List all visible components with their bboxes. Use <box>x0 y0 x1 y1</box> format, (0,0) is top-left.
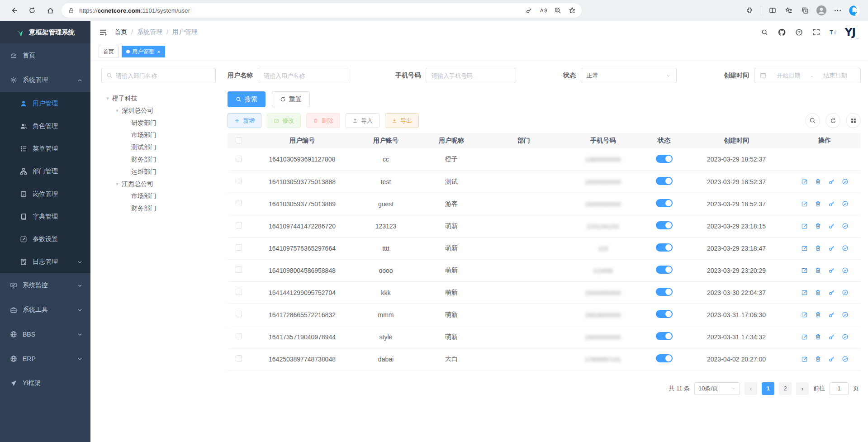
table-row[interactable]: 1641098004586958848 oooo 萌新 123456 2023-… <box>228 259 861 281</box>
add-button[interactable]: 新增 <box>228 113 261 128</box>
row-checkbox[interactable] <box>236 266 242 273</box>
address-bar[interactable]: https://ccnetcore.com:1101/system/user A <box>62 3 582 18</box>
sidebar-item-user[interactable]: 用户管理 <box>0 92 90 115</box>
row-trash-button[interactable] <box>815 289 821 296</box>
home-button[interactable] <box>43 4 57 17</box>
row-edit-square-button[interactable] <box>801 223 808 229</box>
row-edit-square-button[interactable] <box>801 178 808 185</box>
more-options-button[interactable] <box>831 4 844 17</box>
row-check-circle-button[interactable] <box>842 333 849 340</box>
tree-node[interactable]: 市场部门 <box>101 190 216 202</box>
row-trash-button[interactable] <box>815 333 821 340</box>
back-button[interactable] <box>7 4 21 17</box>
row-key-button[interactable] <box>828 245 835 252</box>
row-edit-square-button[interactable] <box>801 200 808 207</box>
tree-node[interactable]: ▾橙子科技 <box>101 92 216 105</box>
page-button-1[interactable]: 1 <box>762 382 774 395</box>
row-checkbox[interactable] <box>236 178 242 184</box>
goto-page-input[interactable] <box>830 382 849 395</box>
row-edit-square-button[interactable] <box>801 356 808 362</box>
favorites-bar-button[interactable] <box>782 4 796 17</box>
phone-input[interactable] <box>432 72 510 79</box>
tree-node[interactable]: 市场部门 <box>101 129 216 141</box>
row-key-button[interactable] <box>828 289 835 296</box>
next-page-button[interactable]: › <box>796 382 809 395</box>
user-avatar-logo[interactable]: YJ <box>845 26 855 38</box>
delete-button[interactable]: 删除 <box>306 113 340 128</box>
page-size-select[interactable]: 10条/页 <box>694 382 740 395</box>
row-check-circle-button[interactable] <box>842 267 849 274</box>
row-edit-square-button[interactable] <box>801 333 808 340</box>
sidebar-item-dept[interactable]: 部门管理 <box>0 160 90 183</box>
row-trash-button[interactable] <box>815 223 821 229</box>
tree-node[interactable]: 财务部门 <box>101 153 216 166</box>
table-row[interactable]: 1641728665572216832 mmm 萌新 15818000000 2… <box>228 304 861 326</box>
row-edit-square-button[interactable] <box>801 311 808 318</box>
hamburger-icon[interactable] <box>99 28 107 37</box>
status-toggle[interactable] <box>656 155 673 163</box>
status-toggle[interactable] <box>656 199 673 207</box>
date-range-picker[interactable]: 开始日期 - 结束日期 <box>754 68 861 83</box>
reset-button[interactable]: 重置 <box>272 91 310 107</box>
row-key-button[interactable] <box>828 178 835 185</box>
key-button[interactable] <box>522 4 536 17</box>
row-edit-square-button[interactable] <box>801 245 808 252</box>
username-input[interactable] <box>264 72 342 79</box>
status-toggle[interactable] <box>656 310 673 318</box>
sidebar-item-tool[interactable]: 系统工具 <box>0 298 90 322</box>
search-button[interactable] <box>805 113 820 128</box>
help-button[interactable]: ? <box>792 25 806 39</box>
prev-page-button[interactable]: ‹ <box>745 382 757 395</box>
row-check-circle-button[interactable] <box>842 223 849 229</box>
row-edit-square-button[interactable] <box>801 267 808 274</box>
row-check-circle-button[interactable] <box>842 178 849 185</box>
status-toggle[interactable] <box>656 221 673 229</box>
row-checkbox[interactable] <box>236 156 242 162</box>
table-row[interactable]: 1641097441472286720 123123 萌新 1231241231… <box>228 215 861 237</box>
row-trash-button[interactable] <box>815 200 821 207</box>
tree-node[interactable]: 测试部门 <box>101 141 216 153</box>
reload-button[interactable] <box>25 4 39 17</box>
tree-node[interactable]: ▾深圳总公司 <box>101 105 216 117</box>
row-key-button[interactable] <box>828 200 835 207</box>
row-key-button[interactable] <box>828 356 835 362</box>
row-trash-button[interactable] <box>815 245 821 252</box>
sidebar-item-bbs[interactable]: BBS <box>0 322 90 347</box>
row-trash-button[interactable] <box>815 311 821 318</box>
row-checkbox[interactable] <box>236 289 242 295</box>
status-toggle[interactable] <box>656 354 673 362</box>
row-check-circle-button[interactable] <box>842 200 849 207</box>
sidebar-item-dict[interactable]: 字典管理 <box>0 205 90 228</box>
import-button[interactable]: 导入 <box>346 113 379 128</box>
edit-button[interactable]: 修改 <box>267 113 301 128</box>
table-row[interactable]: 1641735719040978944 style 萌新 15000000000… <box>228 326 861 348</box>
collections-button[interactable] <box>798 4 812 17</box>
copilot-button[interactable] <box>847 4 861 17</box>
row-check-circle-button[interactable] <box>842 245 849 252</box>
row-trash-button[interactable] <box>815 356 821 362</box>
sidebar-item-system[interactable]: 系统管理 <box>0 68 90 92</box>
github-button[interactable] <box>775 25 789 39</box>
status-toggle[interactable] <box>656 243 673 252</box>
read-aloud-button[interactable]: A <box>536 4 550 17</box>
row-checkbox[interactable] <box>236 355 242 361</box>
search-button[interactable] <box>758 25 772 39</box>
table-row[interactable]: 1641030593775013888 test 测试 15000000000 … <box>228 171 861 193</box>
font-size-button[interactable]: TT <box>827 25 840 39</box>
export-button[interactable]: 导出 <box>385 113 419 128</box>
sidebar-item-home[interactable]: 首页 <box>0 43 90 68</box>
tree-node[interactable]: 运维部门 <box>101 166 216 178</box>
table-row[interactable]: 1641097576365297664 tttt 萌新 123 2023-03-… <box>228 237 861 259</box>
row-checkbox[interactable] <box>236 244 242 251</box>
row-checkbox[interactable] <box>236 333 242 339</box>
sidebar-item-log[interactable]: 日志管理 <box>0 251 90 273</box>
table-row[interactable]: 1641030593691127808 cc 橙子 13800000000 20… <box>228 148 861 171</box>
row-trash-button[interactable] <box>815 178 821 185</box>
favorite-add-button[interactable] <box>565 4 579 17</box>
row-checkbox[interactable] <box>236 222 242 228</box>
sidebar-item-monitor[interactable]: 系统监控 <box>0 273 90 298</box>
tree-node[interactable]: ▾江西总公司 <box>101 178 216 190</box>
tag-home[interactable]: 首页 <box>99 46 119 57</box>
close-icon[interactable]: × <box>157 48 161 55</box>
row-check-circle-button[interactable] <box>842 289 849 296</box>
